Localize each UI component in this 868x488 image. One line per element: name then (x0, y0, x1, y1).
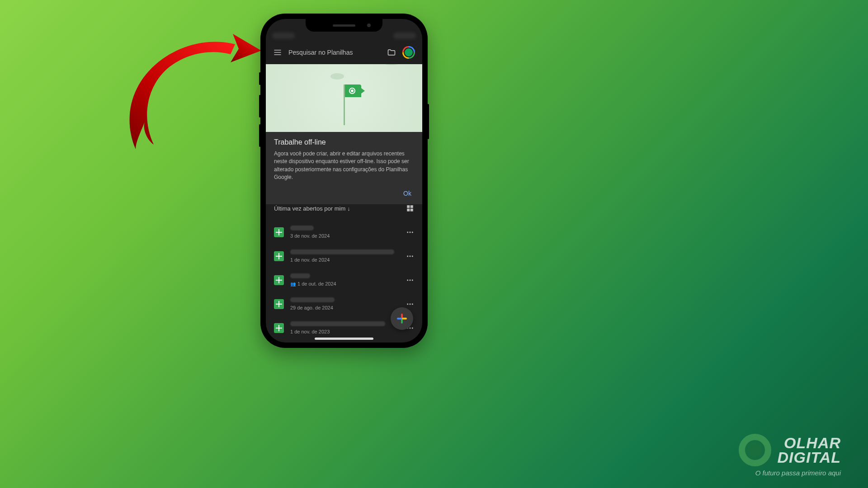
shared-icon: 👥 (290, 282, 296, 286)
svg-point-10 (407, 255, 408, 257)
svg-point-14 (410, 279, 411, 281)
sheets-file-icon (274, 323, 284, 333)
ok-button[interactable]: Ok (274, 188, 414, 199)
file-title-redacted (290, 273, 310, 278)
sort-arrow-icon: ↓ (347, 205, 350, 212)
phone-frame: Pesquisar no Planilhas ✦ ✦ 🪐 ✦ (260, 14, 428, 348)
sheets-file-icon (274, 299, 284, 309)
offline-card-body: Agora você pode criar, abrir e editar ar… (274, 150, 414, 182)
offline-illustration: ✦ ✦ 🪐 ✦ (266, 64, 422, 132)
file-body: 👥1 de out. de 2024 (290, 273, 400, 286)
svg-point-11 (410, 255, 411, 257)
file-title-redacted (290, 297, 335, 302)
sort-button[interactable]: Última vez abertos por mim ↓ (274, 205, 350, 212)
svg-rect-5 (407, 209, 410, 211)
page-background: Pesquisar no Planilhas ✦ ✦ 🪐 ✦ (0, 0, 868, 488)
fab-new-button[interactable] (391, 307, 413, 330)
grid-view-icon[interactable] (406, 204, 414, 212)
brand-tagline: O futuro passa primeiro aqui (739, 469, 841, 477)
sort-label: Última vez abertos por mim (274, 205, 345, 212)
app-topbar: Pesquisar no Planilhas (273, 46, 415, 59)
sort-row: Última vez abertos por mim ↓ (274, 204, 414, 212)
file-body: 1 de nov. de 2023 (290, 321, 400, 334)
brand-line1: OLHAR (778, 436, 841, 450)
file-date: 29 de ago. de 2024 (290, 305, 400, 310)
status-bar (272, 33, 416, 41)
search-input[interactable]: Pesquisar no Planilhas (288, 49, 381, 56)
phone-screen: Pesquisar no Planilhas ✦ ✦ 🪐 ✦ (266, 19, 422, 343)
file-body: 1 de nov. de 2024 (290, 249, 400, 263)
file-date: 3 de nov. de 2024 (290, 233, 400, 239)
svg-point-20 (410, 327, 411, 328)
sheets-file-icon (274, 251, 284, 261)
home-indicator (315, 338, 373, 340)
svg-point-17 (410, 303, 411, 305)
offline-card-title: Trabalhe off-line (274, 138, 414, 146)
arrow-annotation (122, 27, 262, 154)
svg-point-8 (410, 231, 411, 233)
file-date: 1 de nov. de 2023 (290, 329, 400, 334)
more-options-icon[interactable] (406, 300, 414, 308)
file-body: 3 de nov. de 2024 (290, 225, 400, 239)
svg-point-21 (412, 327, 413, 328)
svg-point-18 (412, 303, 413, 305)
sheets-file-icon (274, 227, 284, 237)
phone-notch (306, 19, 382, 32)
svg-rect-4 (410, 205, 413, 208)
brand-ring-icon (739, 434, 771, 466)
more-options-icon[interactable] (406, 252, 414, 260)
file-title-redacted (290, 249, 394, 254)
svg-point-9 (412, 231, 413, 233)
svg-point-16 (407, 303, 408, 305)
brand-watermark: OLHAR DIGITAL O futuro passa primeiro aq… (739, 434, 841, 477)
file-title-redacted (290, 225, 314, 230)
menu-icon[interactable] (273, 48, 282, 57)
file-body: 29 de ago. de 2024 (290, 297, 400, 310)
svg-point-15 (412, 279, 413, 281)
sheets-file-icon (274, 275, 284, 285)
svg-point-12 (412, 255, 413, 257)
svg-point-7 (407, 231, 408, 233)
more-options-icon[interactable] (406, 228, 414, 236)
file-row[interactable]: 3 de nov. de 2024 (266, 220, 422, 244)
brand-line2: DIGITAL (778, 450, 841, 465)
file-row[interactable]: 1 de nov. de 2024 (266, 244, 422, 268)
file-row[interactable]: 👥1 de out. de 2024 (266, 268, 422, 292)
svg-rect-6 (410, 209, 413, 211)
svg-point-13 (407, 279, 408, 281)
offline-card: Trabalhe off-line Agora você pode criar,… (266, 132, 422, 204)
svg-rect-3 (407, 205, 410, 208)
file-date: 1 de nov. de 2024 (290, 257, 400, 263)
file-title-redacted (290, 321, 385, 326)
account-avatar[interactable] (402, 46, 415, 59)
plus-icon (397, 314, 407, 324)
file-date: 👥1 de out. de 2024 (290, 281, 400, 286)
more-options-icon[interactable] (406, 276, 414, 284)
folder-icon[interactable] (387, 48, 396, 57)
